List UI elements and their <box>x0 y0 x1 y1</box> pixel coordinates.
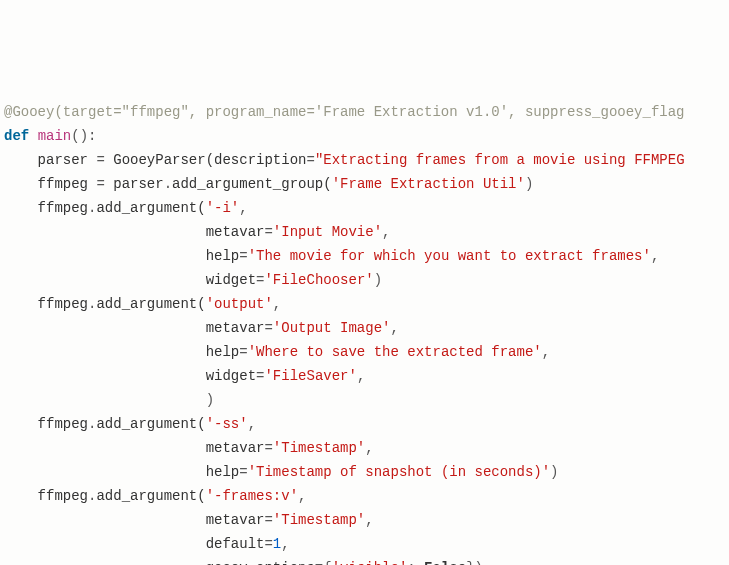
l19-default: default <box>206 536 265 552</box>
l9-string: 'output' <box>206 296 273 312</box>
l4-string: 'Frame Extraction Util' <box>332 176 525 192</box>
l17-comma: , <box>298 488 306 504</box>
l5-string: '-i' <box>206 200 240 216</box>
op-eq: = <box>264 512 272 528</box>
l7-help: help <box>206 248 240 264</box>
l3-string: "Extracting frames from a movie using FF… <box>315 152 685 168</box>
l4-ffmpeg: ffmpeg <box>4 176 96 192</box>
l19-num: 1 <box>273 536 281 552</box>
op-dot: . <box>164 176 172 192</box>
l20-close: }) <box>466 560 483 565</box>
l20-brace: { <box>323 560 331 565</box>
keyword-def: def <box>4 128 29 144</box>
l16-string: 'Timestamp of snapshot (in seconds)' <box>248 464 550 480</box>
l8-string: 'FileChooser' <box>264 272 373 288</box>
op-eq: = <box>239 464 247 480</box>
indent <box>4 368 206 384</box>
l16-help: help <box>206 464 240 480</box>
op-eq: = <box>239 344 247 360</box>
l10-string: 'Output Image' <box>273 320 391 336</box>
l14-comma: , <box>248 416 256 432</box>
op-eq: = <box>264 224 272 240</box>
l14-string: '-ss' <box>206 416 248 432</box>
indent <box>4 248 206 264</box>
func-name: main <box>38 128 72 144</box>
l8-widget: widget <box>206 272 256 288</box>
op-eq: = <box>96 176 104 192</box>
l14-addarg: add_argument( <box>96 416 205 432</box>
l8-close: ) <box>374 272 382 288</box>
l3-parser: parser <box>4 152 96 168</box>
l15-metavar: metavar <box>206 440 265 456</box>
indent <box>4 440 206 456</box>
l9-ffmpeg: ffmpeg <box>4 296 88 312</box>
indent <box>4 344 206 360</box>
l20-colon: : <box>407 560 424 565</box>
l13-close: ) <box>206 392 214 408</box>
l18-metavar: metavar <box>206 512 265 528</box>
op-eq: = <box>264 536 272 552</box>
indent <box>4 272 206 288</box>
l10-comma: , <box>390 320 398 336</box>
paren-colon: (): <box>71 128 96 144</box>
indent <box>4 320 206 336</box>
l6-string: 'Input Movie' <box>273 224 382 240</box>
op-eq: = <box>315 560 323 565</box>
l18-comma: , <box>365 512 373 528</box>
op-eq: = <box>264 320 272 336</box>
l19-comma: , <box>281 536 289 552</box>
decorator-line: @Gooey(target="ffmpeg", program_name='Fr… <box>4 104 685 120</box>
l12-widget: widget <box>206 368 256 384</box>
l7-string: 'The movie for which you want to extract… <box>248 248 651 264</box>
l17-string: '-frames:v' <box>206 488 298 504</box>
l9-comma: , <box>273 296 281 312</box>
op-eq: = <box>96 152 104 168</box>
l20-gooeyopts: gooey_options <box>206 560 315 565</box>
op-eq: = <box>239 248 247 264</box>
l17-addarg: add_argument( <box>96 488 205 504</box>
l18-string: 'Timestamp' <box>273 512 365 528</box>
l11-comma: , <box>542 344 550 360</box>
l20-key: 'visible' <box>332 560 408 565</box>
l11-string: 'Where to save the extracted frame' <box>248 344 542 360</box>
op-eq: = <box>264 440 272 456</box>
l4-close: ) <box>525 176 533 192</box>
l15-comma: , <box>365 440 373 456</box>
l6-metavar: metavar <box>206 224 265 240</box>
indent <box>4 464 206 480</box>
l5-ffmpeg: ffmpeg <box>4 200 88 216</box>
l4-addgroup: add_argument_group( <box>172 176 332 192</box>
indent <box>4 224 206 240</box>
indent <box>4 536 206 552</box>
l12-comma: , <box>357 368 365 384</box>
indent <box>4 560 206 565</box>
l12-string: 'FileSaver' <box>264 368 356 384</box>
l16-close: ) <box>550 464 558 480</box>
l7-comma: , <box>651 248 659 264</box>
indent <box>4 392 206 408</box>
l20-false: False <box>424 560 466 565</box>
op-eq: = <box>306 152 314 168</box>
l6-comma: , <box>382 224 390 240</box>
l9-addarg: add_argument( <box>96 296 205 312</box>
l5-addarg: add_argument( <box>96 200 205 216</box>
l14-ffmpeg: ffmpeg <box>4 416 88 432</box>
l11-help: help <box>206 344 240 360</box>
code-block: @Gooey(target="ffmpeg", program_name='Fr… <box>0 96 729 565</box>
l5-comma: , <box>239 200 247 216</box>
l10-metavar: metavar <box>206 320 265 336</box>
l3-gooeyparser: GooeyParser(description <box>105 152 307 168</box>
l17-ffmpeg: ffmpeg <box>4 488 88 504</box>
indent <box>4 512 206 528</box>
l4-parser: parser <box>105 176 164 192</box>
l15-string: 'Timestamp' <box>273 440 365 456</box>
